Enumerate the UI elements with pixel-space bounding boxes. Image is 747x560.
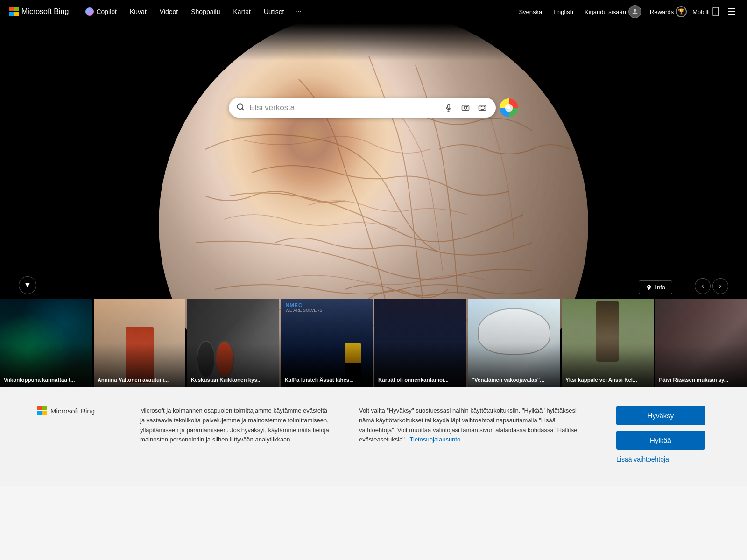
svg-point-7: [464, 106, 467, 109]
nav-uutiset-label: Uutiset: [264, 8, 284, 15]
news-card[interactable]: Keskustan Kaikkonen kys...: [187, 299, 279, 387]
search-container: [229, 98, 518, 118]
search-input[interactable]: [249, 103, 443, 112]
footer-text-col1: Microsoft ja kolmannen osapuolen toimitt…: [140, 406, 331, 445]
microphone-button[interactable]: [443, 102, 455, 114]
header-right: Svenska English Kirjaudu sisään Rewards …: [516, 3, 738, 20]
keyboard-button[interactable]: [476, 102, 488, 114]
news-card[interactable]: "Venäläinen vakoojavalas"...: [468, 299, 560, 387]
hamburger-menu-button[interactable]: ☰: [726, 4, 738, 19]
logo-text: Microsoft Bing: [21, 7, 69, 16]
svg-point-8: [467, 106, 468, 107]
nav-copilot-label: Copilot: [96, 8, 117, 15]
footer-consent-text2: Voit valita "Hyväksy" suostuessasi näihi…: [359, 406, 588, 445]
trophy-icon: 🏆: [676, 6, 687, 17]
accept-button[interactable]: Hyväksy: [616, 406, 705, 425]
news-card-title: "Venäläinen vakoojavalas"...: [472, 377, 557, 384]
info-button[interactable]: Info: [639, 280, 672, 294]
scroll-down-button[interactable]: ▼: [19, 276, 36, 294]
nav-kartat-label: Kartat: [233, 8, 251, 15]
footer-consent-section: Microsoft Bing Microsoft ja kolmannen os…: [0, 387, 747, 486]
privacy-link[interactable]: Tietosuojalausunto: [410, 436, 461, 443]
nav-copilot[interactable]: Copilot: [80, 5, 122, 19]
footer-logo: Microsoft Bing: [37, 406, 112, 415]
footer-text-col2: Voit valita "Hyväksy" suostuessasi näihi…: [359, 406, 588, 445]
news-card-title: Päivi Räsäsen mukaan sy...: [659, 377, 744, 384]
hero-top-gradient: [0, 23, 747, 61]
svg-rect-3: [448, 105, 450, 109]
footer-logo-text: Microsoft Bing: [50, 407, 95, 415]
hero-section: ▼ Info ‹ › Viikonloppuna kannattaa t... …: [0, 23, 747, 387]
mobile-icon: [712, 7, 720, 16]
news-card-title: Viikonloppuna kannattaa t...: [4, 377, 88, 384]
news-card-title: Yksi kappale vei Anssi Kel...: [565, 377, 650, 384]
search-icon: [236, 103, 245, 113]
news-card-title: Anniina Valtonen avautui i...: [98, 377, 182, 384]
carousel-navigation: ‹ ›: [695, 278, 728, 294]
logo-link[interactable]: Microsoft Bing: [9, 7, 69, 16]
nav-kartat[interactable]: Kartat: [228, 5, 256, 18]
news-card[interactable]: Anniina Valtonen avautui i...: [94, 299, 186, 387]
nav-kuvat[interactable]: Kuvat: [124, 5, 152, 18]
nav-videot-label: Videot: [160, 8, 178, 15]
reject-button[interactable]: Hylkää: [616, 431, 705, 450]
copilot-icon: [85, 7, 94, 16]
news-card[interactable]: Yksi kappale vei Anssi Kel...: [562, 299, 654, 387]
carousel-next-button[interactable]: ›: [712, 278, 728, 294]
main-nav: Copilot Kuvat Videot Shoppailu Kartat Uu…: [80, 5, 516, 19]
sign-in-button[interactable]: Kirjaudu sisään: [582, 3, 644, 20]
news-card[interactable]: Viikonloppuna kannattaa t...: [0, 299, 92, 387]
lang-english[interactable]: English: [550, 7, 576, 17]
news-card[interactable]: Kärpät oli onnenkantamoi...: [374, 299, 466, 387]
copilot-button[interactable]: [500, 98, 518, 117]
header: Microsoft Bing Copilot Kuvat Videot Shop…: [0, 0, 747, 23]
news-card-title: Keskustan Kaikkonen kys...: [191, 377, 275, 384]
footer-buttons: Hyväksy Hylkää Lisää vaihtoehtoja: [616, 406, 710, 463]
nav-shoppailu-label: Shoppailu: [191, 8, 220, 15]
nav-videot[interactable]: Videot: [154, 5, 183, 18]
svg-point-2: [237, 104, 243, 109]
more-nav-button[interactable]: ···: [291, 5, 305, 19]
rewards-button[interactable]: Rewards 🏆: [650, 6, 687, 17]
nav-kuvat-label: Kuvat: [130, 8, 147, 15]
lang-swedish[interactable]: Svenska: [516, 7, 545, 17]
more-options-button[interactable]: Lisää vaihtoehtoja: [616, 455, 669, 463]
nav-shoppailu[interactable]: Shoppailu: [185, 5, 226, 18]
search-box[interactable]: [229, 98, 496, 118]
news-strip: Viikonloppuna kannattaa t... Anniina Val…: [0, 299, 747, 387]
search-actions: [443, 102, 488, 114]
avatar-icon: [628, 5, 641, 18]
mobile-button[interactable]: Mobilli: [692, 7, 720, 16]
news-card[interactable]: NMEC WE ARE SOLVERS KalPa luisteli Ässät…: [281, 299, 373, 387]
svg-rect-0: [713, 7, 719, 16]
info-label: Info: [655, 284, 665, 291]
news-card-title: KalPa luisteli Ässät lähes...: [285, 377, 369, 384]
carousel-prev-button[interactable]: ‹: [695, 278, 711, 294]
footer-consent-text1: Microsoft ja kolmannen osapuolen toimitt…: [140, 406, 331, 445]
news-card-title: Kärpät oli onnenkantamoi...: [378, 377, 463, 384]
footer-logo-area: Microsoft Bing: [37, 406, 112, 425]
nav-uutiset[interactable]: Uutiset: [258, 5, 290, 18]
camera-button[interactable]: [459, 102, 472, 114]
microsoft-logo-icon: [9, 7, 19, 16]
location-pin-icon: [646, 284, 652, 291]
footer-microsoft-logo-icon: [37, 406, 47, 415]
news-card[interactable]: Päivi Räsäsen mukaan sy...: [655, 299, 747, 387]
